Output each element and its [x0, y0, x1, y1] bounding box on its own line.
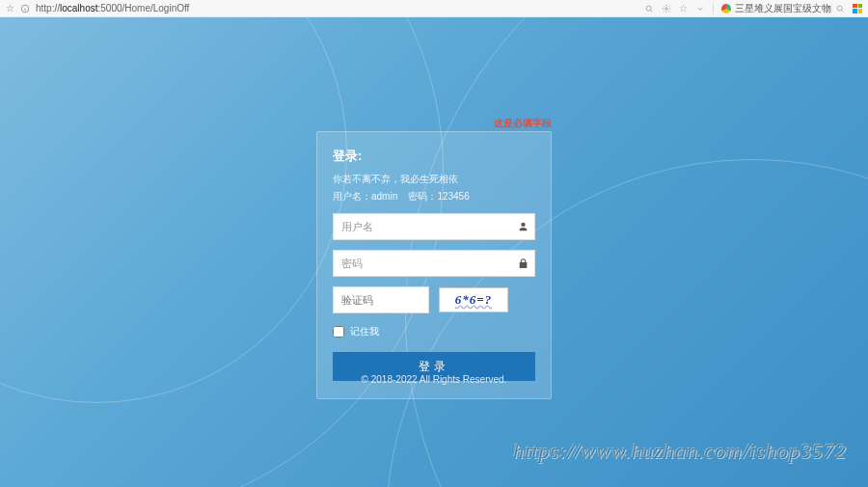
svg-line-4	[650, 10, 652, 12]
remember-checkbox[interactable]	[333, 326, 344, 338]
url-host: localhost	[60, 3, 97, 14]
captcha-field-wrap	[333, 286, 429, 313]
footer-copyright: © 2018-2022 All Rights Reserved.	[0, 374, 868, 385]
login-panel: 登录: 你若不离不弃，我必生死相依 用户名：admin 密码：123456	[316, 131, 552, 399]
captcha-image[interactable]: 6*6=?	[439, 287, 508, 312]
password-field-wrap	[333, 250, 535, 277]
username-input[interactable]	[333, 213, 535, 240]
url-prefix: http://	[36, 3, 60, 14]
url-rest: :5000/Home/LoginOff	[97, 3, 189, 14]
search-icon[interactable]	[644, 4, 654, 14]
qihoo-icon	[721, 4, 731, 14]
microsoft-icon[interactable]	[853, 4, 862, 14]
username-field-wrap	[333, 213, 535, 240]
svg-line-7	[841, 10, 843, 12]
extension-pill[interactable]: 三星堆义展国宝级文物	[721, 2, 845, 15]
svg-point-5	[665, 7, 668, 10]
panel-title: 登录:	[333, 148, 535, 165]
password-input[interactable]	[333, 250, 535, 277]
lock-icon	[517, 257, 529, 270]
svg-point-6	[837, 6, 842, 11]
bookmark-star-icon[interactable]: ☆	[6, 3, 14, 14]
panel-subtitle: 你若不离不弃，我必生死相依	[333, 173, 535, 186]
gear-icon[interactable]	[662, 4, 671, 14]
browser-chrome: ☆ http://localhost:5000/Home/LoginOff ☆ …	[0, 0, 868, 17]
remember-label: 记住我	[350, 325, 379, 338]
page-background: 这是必填字段 登录: 你若不离不弃，我必生死相依 用户名：admin 密码：12…	[0, 17, 868, 487]
address-bar[interactable]: http://localhost:5000/Home/LoginOff	[36, 3, 189, 14]
chevron-down-icon[interactable]	[695, 4, 705, 14]
remember-me[interactable]: 记住我	[333, 325, 535, 338]
required-field-hint: 这是必填字段	[494, 117, 552, 130]
user-icon	[517, 221, 529, 233]
extension-label: 三星堆义展国宝级文物	[735, 2, 831, 15]
info-icon[interactable]	[20, 4, 30, 14]
watermark-text: https://www.huzhan.com/ishop3572	[513, 439, 847, 464]
credentials-hint: 用户名：admin 密码：123456	[333, 190, 535, 203]
svg-point-3	[646, 6, 651, 11]
favorite-icon[interactable]: ☆	[679, 3, 688, 14]
search-icon	[835, 4, 845, 14]
captcha-input[interactable]	[333, 286, 429, 313]
